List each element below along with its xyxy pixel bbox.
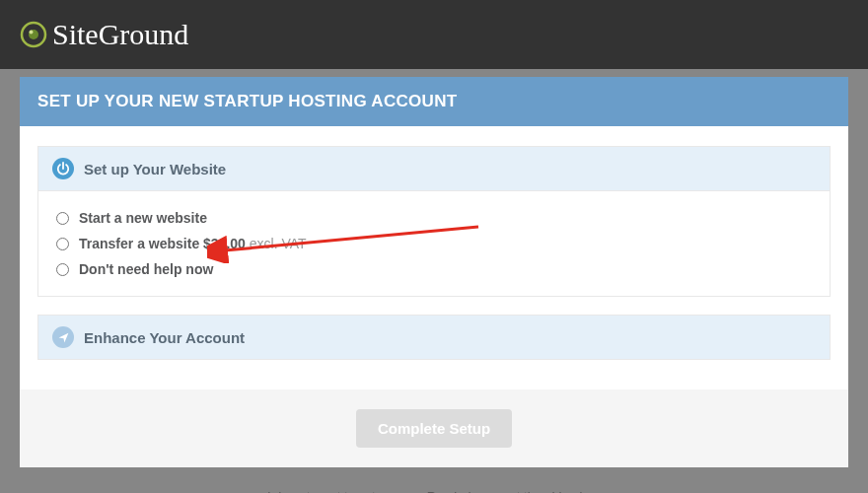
plane-icon xyxy=(52,326,74,348)
footer-actions: Complete Setup xyxy=(20,389,848,467)
power-icon xyxy=(52,158,74,179)
radio-label-start: Start a new website xyxy=(79,210,207,226)
radio-label-transfer: Transfer a website $30.00 excl. VAT xyxy=(79,236,307,251)
main-panel: SET UP YOUR NEW STARTUP HOSTING ACCOUNT … xyxy=(20,77,848,467)
transfer-price: $30.00 xyxy=(203,236,250,251)
top-bar: SiteGround xyxy=(0,0,868,69)
brand-logo: SiteGround xyxy=(20,18,188,51)
section-enhance-header[interactable]: Enhance Your Account xyxy=(38,316,830,359)
section-setup-website: Set up Your Website Start a new website … xyxy=(37,146,831,297)
complete-setup-button[interactable]: Complete Setup xyxy=(356,409,512,448)
radio-input-transfer[interactable] xyxy=(56,238,69,250)
radio-input-start[interactable] xyxy=(56,212,69,225)
brand-name: SiteGround xyxy=(52,18,188,51)
transfer-text: Transfer a website xyxy=(79,236,203,251)
skip-text: I do not want to set up now. Remind me n… xyxy=(267,489,593,493)
panel-title: SET UP YOUR NEW STARTUP HOSTING ACCOUNT xyxy=(20,77,848,126)
radio-dont-need-help[interactable]: Don't need help now xyxy=(54,256,814,282)
section-enhance-account: Enhance Your Account xyxy=(37,315,831,360)
logo-icon xyxy=(20,21,47,48)
panel-body: Set up Your Website Start a new website … xyxy=(20,126,848,389)
radio-label-nohelp: Don't need help now xyxy=(79,261,213,277)
radio-transfer-website[interactable]: Transfer a website $30.00 excl. VAT xyxy=(54,231,814,256)
section-setup-body: Start a new website Transfer a website $… xyxy=(38,191,830,296)
skip-row: I do not want to set up now. Remind me n… xyxy=(0,477,868,493)
radio-input-nohelp[interactable] xyxy=(56,263,69,276)
radio-start-new-website[interactable]: Start a new website xyxy=(54,205,814,231)
section-setup-title: Set up Your Website xyxy=(84,161,226,177)
section-enhance-title: Enhance Your Account xyxy=(84,329,245,346)
svg-point-2 xyxy=(30,31,34,35)
section-setup-header[interactable]: Set up Your Website xyxy=(38,147,830,191)
skip-setup-link[interactable]: I do not want to set up now. Remind me n… xyxy=(267,489,601,493)
transfer-vat: excl. VAT xyxy=(250,236,307,251)
